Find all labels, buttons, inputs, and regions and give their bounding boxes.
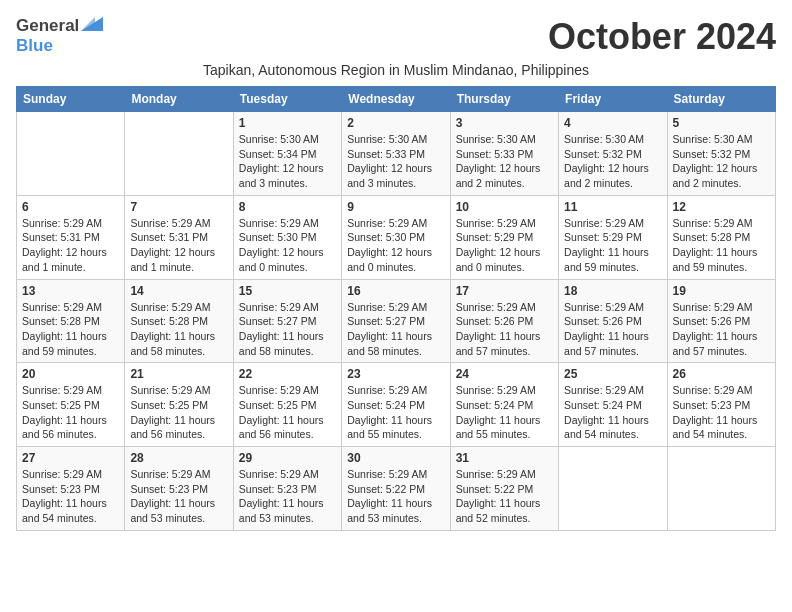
day-number: 9 (347, 200, 444, 214)
calendar-cell: 1Sunrise: 5:30 AMSunset: 5:34 PMDaylight… (233, 112, 341, 196)
day-number: 24 (456, 367, 553, 381)
day-info: Sunrise: 5:30 AMSunset: 5:34 PMDaylight:… (239, 132, 336, 191)
calendar-cell: 26Sunrise: 5:29 AMSunset: 5:23 PMDayligh… (667, 363, 775, 447)
calendar-body: 1Sunrise: 5:30 AMSunset: 5:34 PMDaylight… (17, 112, 776, 531)
day-number: 6 (22, 200, 119, 214)
day-info: Sunrise: 5:29 AMSunset: 5:24 PMDaylight:… (347, 383, 444, 442)
month-title: October 2024 (548, 16, 776, 58)
calendar-cell: 3Sunrise: 5:30 AMSunset: 5:33 PMDaylight… (450, 112, 558, 196)
day-number: 17 (456, 284, 553, 298)
day-number: 14 (130, 284, 227, 298)
weekday-header-sunday: Sunday (17, 87, 125, 112)
day-number: 22 (239, 367, 336, 381)
day-info: Sunrise: 5:29 AMSunset: 5:28 PMDaylight:… (673, 216, 770, 275)
day-number: 10 (456, 200, 553, 214)
calendar-cell: 23Sunrise: 5:29 AMSunset: 5:24 PMDayligh… (342, 363, 450, 447)
week-row-5: 27Sunrise: 5:29 AMSunset: 5:23 PMDayligh… (17, 447, 776, 531)
day-number: 7 (130, 200, 227, 214)
day-number: 16 (347, 284, 444, 298)
calendar-table: SundayMondayTuesdayWednesdayThursdayFrid… (16, 86, 776, 531)
day-number: 28 (130, 451, 227, 465)
calendar-cell: 2Sunrise: 5:30 AMSunset: 5:33 PMDaylight… (342, 112, 450, 196)
calendar-cell: 16Sunrise: 5:29 AMSunset: 5:27 PMDayligh… (342, 279, 450, 363)
day-info: Sunrise: 5:29 AMSunset: 5:25 PMDaylight:… (239, 383, 336, 442)
svg-marker-1 (81, 17, 95, 31)
day-info: Sunrise: 5:29 AMSunset: 5:28 PMDaylight:… (22, 300, 119, 359)
day-info: Sunrise: 5:29 AMSunset: 5:23 PMDaylight:… (22, 467, 119, 526)
calendar-cell: 5Sunrise: 5:30 AMSunset: 5:32 PMDaylight… (667, 112, 775, 196)
day-number: 19 (673, 284, 770, 298)
logo-blue-text: Blue (16, 36, 53, 55)
day-info: Sunrise: 5:29 AMSunset: 5:28 PMDaylight:… (130, 300, 227, 359)
day-info: Sunrise: 5:29 AMSunset: 5:29 PMDaylight:… (564, 216, 661, 275)
day-number: 11 (564, 200, 661, 214)
day-number: 20 (22, 367, 119, 381)
day-number: 25 (564, 367, 661, 381)
day-info: Sunrise: 5:29 AMSunset: 5:30 PMDaylight:… (239, 216, 336, 275)
day-info: Sunrise: 5:29 AMSunset: 5:23 PMDaylight:… (673, 383, 770, 442)
calendar-cell: 11Sunrise: 5:29 AMSunset: 5:29 PMDayligh… (559, 195, 667, 279)
weekday-header-row: SundayMondayTuesdayWednesdayThursdayFrid… (17, 87, 776, 112)
calendar-cell: 17Sunrise: 5:29 AMSunset: 5:26 PMDayligh… (450, 279, 558, 363)
day-info: Sunrise: 5:29 AMSunset: 5:30 PMDaylight:… (347, 216, 444, 275)
day-info: Sunrise: 5:29 AMSunset: 5:31 PMDaylight:… (22, 216, 119, 275)
calendar-cell: 12Sunrise: 5:29 AMSunset: 5:28 PMDayligh… (667, 195, 775, 279)
day-info: Sunrise: 5:30 AMSunset: 5:32 PMDaylight:… (564, 132, 661, 191)
calendar-cell: 7Sunrise: 5:29 AMSunset: 5:31 PMDaylight… (125, 195, 233, 279)
week-row-1: 1Sunrise: 5:30 AMSunset: 5:34 PMDaylight… (17, 112, 776, 196)
day-number: 8 (239, 200, 336, 214)
weekday-header-thursday: Thursday (450, 87, 558, 112)
day-number: 3 (456, 116, 553, 130)
day-info: Sunrise: 5:29 AMSunset: 5:25 PMDaylight:… (130, 383, 227, 442)
calendar-cell: 19Sunrise: 5:29 AMSunset: 5:26 PMDayligh… (667, 279, 775, 363)
weekday-header-saturday: Saturday (667, 87, 775, 112)
weekday-header-friday: Friday (559, 87, 667, 112)
calendar-cell: 8Sunrise: 5:29 AMSunset: 5:30 PMDaylight… (233, 195, 341, 279)
week-row-3: 13Sunrise: 5:29 AMSunset: 5:28 PMDayligh… (17, 279, 776, 363)
weekday-header-wednesday: Wednesday (342, 87, 450, 112)
week-row-4: 20Sunrise: 5:29 AMSunset: 5:25 PMDayligh… (17, 363, 776, 447)
day-info: Sunrise: 5:29 AMSunset: 5:22 PMDaylight:… (456, 467, 553, 526)
day-number: 30 (347, 451, 444, 465)
logo-icon (81, 17, 103, 35)
calendar-cell: 10Sunrise: 5:29 AMSunset: 5:29 PMDayligh… (450, 195, 558, 279)
day-info: Sunrise: 5:29 AMSunset: 5:27 PMDaylight:… (347, 300, 444, 359)
day-number: 26 (673, 367, 770, 381)
calendar-cell: 14Sunrise: 5:29 AMSunset: 5:28 PMDayligh… (125, 279, 233, 363)
weekday-header-monday: Monday (125, 87, 233, 112)
day-info: Sunrise: 5:29 AMSunset: 5:26 PMDaylight:… (673, 300, 770, 359)
calendar-cell: 31Sunrise: 5:29 AMSunset: 5:22 PMDayligh… (450, 447, 558, 531)
day-number: 2 (347, 116, 444, 130)
day-number: 12 (673, 200, 770, 214)
day-info: Sunrise: 5:30 AMSunset: 5:32 PMDaylight:… (673, 132, 770, 191)
calendar-header: SundayMondayTuesdayWednesdayThursdayFrid… (17, 87, 776, 112)
day-number: 27 (22, 451, 119, 465)
day-info: Sunrise: 5:29 AMSunset: 5:23 PMDaylight:… (130, 467, 227, 526)
calendar-cell: 13Sunrise: 5:29 AMSunset: 5:28 PMDayligh… (17, 279, 125, 363)
calendar-cell (125, 112, 233, 196)
day-info: Sunrise: 5:29 AMSunset: 5:27 PMDaylight:… (239, 300, 336, 359)
calendar-cell: 18Sunrise: 5:29 AMSunset: 5:26 PMDayligh… (559, 279, 667, 363)
day-info: Sunrise: 5:30 AMSunset: 5:33 PMDaylight:… (456, 132, 553, 191)
day-number: 23 (347, 367, 444, 381)
day-number: 18 (564, 284, 661, 298)
page-header: General Blue October 2024 (16, 16, 776, 58)
calendar-cell (559, 447, 667, 531)
calendar-cell: 30Sunrise: 5:29 AMSunset: 5:22 PMDayligh… (342, 447, 450, 531)
day-number: 31 (456, 451, 553, 465)
day-number: 1 (239, 116, 336, 130)
calendar-cell: 4Sunrise: 5:30 AMSunset: 5:32 PMDaylight… (559, 112, 667, 196)
calendar-cell: 25Sunrise: 5:29 AMSunset: 5:24 PMDayligh… (559, 363, 667, 447)
calendar-cell: 9Sunrise: 5:29 AMSunset: 5:30 PMDaylight… (342, 195, 450, 279)
calendar-cell: 27Sunrise: 5:29 AMSunset: 5:23 PMDayligh… (17, 447, 125, 531)
page-subtitle: Tapikan, Autonomous Region in Muslim Min… (16, 62, 776, 78)
day-number: 21 (130, 367, 227, 381)
logo-general-text: General (16, 16, 79, 36)
day-info: Sunrise: 5:29 AMSunset: 5:25 PMDaylight:… (22, 383, 119, 442)
day-info: Sunrise: 5:29 AMSunset: 5:23 PMDaylight:… (239, 467, 336, 526)
calendar-cell: 15Sunrise: 5:29 AMSunset: 5:27 PMDayligh… (233, 279, 341, 363)
day-info: Sunrise: 5:29 AMSunset: 5:22 PMDaylight:… (347, 467, 444, 526)
day-info: Sunrise: 5:29 AMSunset: 5:31 PMDaylight:… (130, 216, 227, 275)
calendar-cell: 28Sunrise: 5:29 AMSunset: 5:23 PMDayligh… (125, 447, 233, 531)
week-row-2: 6Sunrise: 5:29 AMSunset: 5:31 PMDaylight… (17, 195, 776, 279)
